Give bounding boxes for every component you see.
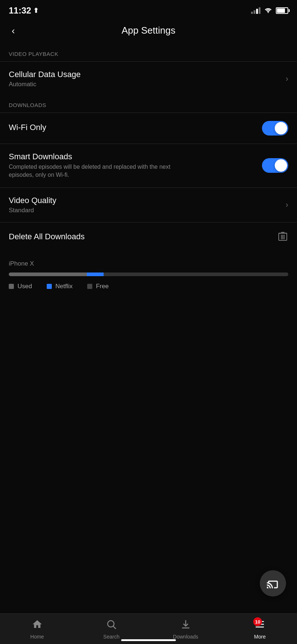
smart-downloads-item[interactable]: Smart Downloads Completed episodes will … — [0, 144, 297, 187]
nav-more[interactable]: 10 More — [223, 619, 297, 640]
status-icons — [251, 7, 288, 15]
wifi-icon — [264, 7, 272, 15]
video-quality-subtitle: Standard — [9, 207, 281, 214]
downloads-icon — [180, 619, 191, 632]
nav-home[interactable]: Home — [0, 619, 74, 640]
time-label: 11:32 — [9, 5, 31, 16]
smart-downloads-title: Smart Downloads — [9, 152, 256, 161]
wifi-only-item[interactable]: Wi-Fi Only — [0, 113, 297, 144]
home-indicator — [121, 639, 176, 641]
page-title: App Settings — [122, 25, 175, 36]
delete-all-downloads-title: Delete All Downloads — [9, 232, 85, 241]
trash-icon — [277, 230, 288, 245]
legend-text-used: Used — [18, 283, 32, 290]
wifi-only-title: Wi-Fi Only — [9, 123, 46, 132]
search-icon — [106, 619, 117, 632]
storage-bar-used — [9, 273, 87, 276]
cellular-data-usage-subtitle: Automatic — [9, 81, 281, 88]
section-label-downloads: DOWNLOADS — [0, 96, 297, 113]
header: ‹ App Settings — [0, 19, 297, 45]
smart-downloads-toggle[interactable] — [262, 158, 288, 173]
svg-line-7 — [113, 626, 116, 629]
storage-legend: Used Netflix Free — [9, 283, 288, 290]
legend-dot-used — [9, 284, 14, 289]
nav-downloads[interactable]: Downloads — [148, 619, 223, 640]
device-label: iPhone X — [9, 260, 288, 267]
toggle-knob-smart — [275, 159, 287, 172]
storage-bar-netflix — [87, 273, 104, 276]
legend-free: Free — [87, 283, 109, 290]
cellular-data-usage-item[interactable]: Cellular Data Usage Automatic › — [0, 62, 297, 96]
nav-more-label: More — [254, 634, 266, 640]
more-icon: 10 — [254, 619, 265, 632]
delete-all-downloads-item[interactable]: Delete All Downloads — [0, 222, 297, 253]
cellular-data-usage-content: Cellular Data Usage Automatic — [9, 70, 281, 88]
storage-bar-free — [104, 273, 288, 276]
svg-point-6 — [108, 621, 114, 627]
legend-used: Used — [9, 283, 32, 290]
back-button[interactable]: ‹ — [9, 24, 18, 37]
legend-text-netflix: Netflix — [55, 283, 73, 290]
legend-netflix: Netflix — [47, 283, 73, 290]
status-bar: 11:32 ⬆ — [0, 0, 297, 19]
location-icon: ⬆ — [33, 7, 39, 15]
smart-downloads-description: Completed episodes will be deleted and r… — [9, 163, 184, 179]
chevron-right-icon: › — [286, 74, 288, 84]
storage-section: iPhone X Used Netflix Free — [0, 253, 297, 296]
home-icon — [32, 619, 43, 632]
cellular-data-usage-title: Cellular Data Usage — [9, 70, 281, 79]
nav-home-label: Home — [30, 634, 44, 640]
cast-button[interactable] — [260, 570, 286, 597]
signal-icon — [251, 7, 261, 14]
wifi-only-toggle[interactable] — [262, 121, 288, 136]
video-quality-content: Video Quality Standard — [9, 196, 281, 214]
battery-icon — [276, 7, 288, 14]
video-quality-item[interactable]: Video Quality Standard › — [0, 188, 297, 222]
smart-downloads-content: Smart Downloads Completed episodes will … — [9, 152, 256, 179]
video-quality-title: Video Quality — [9, 196, 281, 205]
legend-dot-free — [87, 284, 92, 289]
legend-text-free: Free — [96, 283, 109, 290]
toggle-knob-wifi — [275, 122, 287, 134]
nav-search-label: Search — [103, 634, 119, 640]
cast-icon — [266, 577, 279, 590]
storage-bar — [9, 273, 288, 276]
section-label-video-playback: VIDEO PLAYBACK — [0, 45, 297, 61]
nav-search[interactable]: Search — [74, 619, 149, 640]
status-time: 11:32 ⬆ — [9, 5, 39, 16]
nav-downloads-label: Downloads — [173, 634, 198, 640]
svg-point-0 — [268, 12, 269, 13]
legend-dot-netflix — [47, 284, 52, 289]
chevron-right-quality-icon: › — [286, 200, 288, 210]
